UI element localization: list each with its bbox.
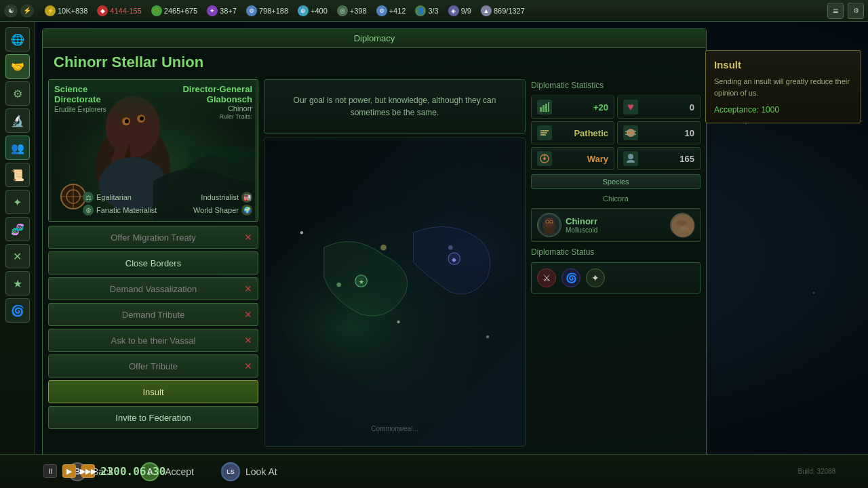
resource-influence[interactable]: ✦ 38+7 bbox=[204, 5, 239, 16]
stat-heart: ♥ 0 bbox=[617, 96, 701, 119]
demand-vassalization-label: Demand Vassalization bbox=[110, 284, 197, 294]
invite-federation-label: Invite to Federation bbox=[115, 413, 191, 423]
species-info: Chinorr Molluscoid bbox=[566, 216, 666, 234]
svg-rect-40 bbox=[540, 130, 549, 131]
heart-value: 0 bbox=[690, 102, 694, 113]
action-offer-migration[interactable]: Offer Migration Treaty ✕ bbox=[48, 226, 258, 249]
action-demand-tribute[interactable]: Demand Tribute ✕ bbox=[48, 303, 258, 326]
trait-fanatic-materialist: ⚙ Fanatic Materialist bbox=[83, 205, 157, 216]
resource-alloys[interactable]: ⚙ 798+188 bbox=[243, 5, 291, 16]
panel-header: Diplomacy bbox=[43, 29, 706, 48]
sidebar-btn-leaders[interactable]: 👥 bbox=[5, 136, 30, 160]
diplomacy-panel: Diplomacy Chinorr Stellar Union bbox=[42, 28, 707, 462]
governors-value: 3/3 bbox=[428, 7, 438, 15]
quote-box: Our goal is not power, but knowledge, al… bbox=[264, 79, 526, 134]
settings-button[interactable]: ⚙ bbox=[848, 3, 864, 19]
resource-unity[interactable]: ◎ +398 bbox=[334, 5, 370, 16]
trait-egalitarian: ⚖ Egalitarian bbox=[83, 192, 157, 203]
chicora-label: Chicora bbox=[531, 193, 701, 204]
food-icon: 🌿 bbox=[151, 5, 162, 16]
species-homeworld bbox=[670, 213, 694, 237]
svg-rect-37 bbox=[542, 105, 545, 112]
alert-icon: ⚡ bbox=[20, 4, 34, 18]
resource-energy[interactable]: ⚡ 10K+838 bbox=[42, 5, 90, 16]
panel-body: Science Directorate Erudite Explorers Di… bbox=[43, 74, 706, 452]
portrait-right-traits: Industrialist 🏭 World Shaper 🌍 bbox=[193, 192, 252, 216]
svg-rect-41 bbox=[540, 132, 547, 134]
insult-acceptance: Acceptance: 1000 bbox=[714, 105, 852, 115]
species-button[interactable]: Species bbox=[531, 174, 701, 189]
look-at-button[interactable]: LS Look At bbox=[221, 462, 277, 481]
pause-button[interactable]: ⏸ bbox=[43, 464, 57, 478]
resource-fleet[interactable]: ▲ 869/1327 bbox=[478, 5, 528, 16]
quote-text: Our goal is not power, but knowledge, al… bbox=[275, 94, 514, 119]
sidebar-btn-policies[interactable]: 📜 bbox=[5, 163, 30, 187]
svg-point-31 bbox=[380, 245, 387, 251]
sidebar-btn-map[interactable]: 🌐 bbox=[5, 27, 30, 52]
resource-food[interactable]: 🌿 2465+675 bbox=[149, 5, 200, 16]
unity-value: +398 bbox=[350, 7, 367, 15]
action-insult[interactable]: Insult bbox=[48, 380, 258, 403]
action-demand-vassalization[interactable]: Demand Vassalization ✕ bbox=[48, 277, 258, 300]
species-portrait bbox=[537, 213, 561, 237]
resource-minerals[interactable]: ◆ 4144-155 bbox=[94, 5, 144, 16]
menu-button[interactable]: ≡ bbox=[827, 3, 844, 19]
time-controls: ⏸ ▶ ▶▶▶ 2300.06.30 bbox=[35, 454, 174, 488]
map-box[interactable]: ★ ◆ Commonweal... bbox=[264, 138, 526, 447]
sidebar-btn-ships[interactable]: ✕ bbox=[5, 244, 30, 268]
svg-point-57 bbox=[676, 220, 687, 226]
diplomatic-status-box: ⚔ 🌀 ✦ bbox=[531, 262, 701, 293]
topbar-icons: ☯ ⚡ bbox=[4, 4, 34, 18]
resource-research[interactable]: ⊕ +400 bbox=[295, 5, 330, 16]
planet-icon bbox=[623, 125, 638, 140]
sidebar-btn-species[interactable]: 🧬 bbox=[5, 217, 30, 241]
game-date: 2300.06.30 bbox=[100, 465, 165, 478]
ask-vassal-unavail-icon: ✕ bbox=[244, 335, 252, 346]
worldshaper-icon: 🌍 bbox=[241, 205, 252, 216]
sidebar-btn-factions[interactable]: ✦ bbox=[5, 190, 30, 214]
alloys-icon: ⚙ bbox=[246, 5, 257, 16]
research-icon: ⊕ bbox=[298, 5, 309, 16]
svg-point-46 bbox=[543, 157, 546, 160]
industrialist-icon: 🏭 bbox=[241, 192, 252, 203]
ruler-civ: Chinorr bbox=[136, 104, 252, 113]
ruler-trait-worldshaper: World Shaper 🌍 bbox=[193, 205, 252, 216]
game-icon: ☯ bbox=[4, 4, 18, 18]
research-value: +400 bbox=[311, 7, 328, 15]
action-offer-tribute[interactable]: Offer Tribute ✕ bbox=[48, 354, 258, 378]
topbar: ☯ ⚡ ⚡ 10K+838 ◆ 4144-155 🌿 2465+675 ✦ 38… bbox=[0, 0, 868, 22]
action-close-borders[interactable]: Close Borders bbox=[48, 251, 258, 274]
starbases-icon: ◈ bbox=[448, 5, 459, 16]
empire-traits: ⚖ Egalitarian ⚙ Fanatic Materialist bbox=[83, 192, 157, 216]
stats-grid: +20 ♥ 0 bbox=[531, 96, 701, 170]
resource-amenities[interactable]: ⚙ +412 bbox=[374, 5, 409, 16]
insult-label: Insult bbox=[142, 387, 163, 397]
sidebar-btn-events[interactable]: ★ bbox=[5, 271, 30, 296]
resource-starbases[interactable]: ◈ 9/9 bbox=[446, 5, 474, 16]
ask-vassal-label: Ask to be their Vassal bbox=[111, 336, 196, 346]
demand-tribute-label: Demand Tribute bbox=[122, 310, 185, 320]
svg-point-58 bbox=[679, 226, 689, 230]
svg-point-51 bbox=[544, 218, 554, 228]
minerals-value: 4144-155 bbox=[110, 7, 142, 15]
action-ask-vassal[interactable]: Ask to be their Vassal ✕ bbox=[48, 329, 258, 352]
map-tooltip: Commonweal... bbox=[371, 425, 418, 432]
sidebar-btn-empire[interactable]: ⚙ bbox=[5, 81, 30, 106]
faction-subtitle: Erudite Explorers bbox=[54, 106, 136, 113]
portrait-header: Science Directorate Erudite Explorers Di… bbox=[49, 80, 258, 124]
svg-rect-36 bbox=[540, 107, 542, 112]
action-invite-federation[interactable]: Invite to Federation bbox=[48, 406, 258, 429]
svg-text:◆: ◆ bbox=[452, 256, 456, 263]
offer-tribute-label: Offer Tribute bbox=[129, 361, 178, 371]
portrait-faction-info: Science Directorate Erudite Explorers bbox=[54, 84, 136, 113]
sidebar-btn-situations[interactable]: 🌀 bbox=[5, 298, 30, 323]
sidebar-btn-tech[interactable]: 🔬 bbox=[5, 108, 30, 133]
species-section: Chinorr Molluscoid bbox=[531, 208, 701, 242]
attitude-value: Pathetic bbox=[574, 128, 608, 138]
sidebar-btn-diplomacy[interactable]: 🤝 bbox=[5, 54, 30, 79]
svg-point-48 bbox=[628, 154, 633, 159]
resource-governors[interactable]: 👤 3/3 bbox=[412, 5, 441, 16]
offer-migration-unavail-icon: ✕ bbox=[244, 232, 252, 243]
status-icon-war: ⚔ bbox=[537, 268, 556, 287]
traits-label: Ruler Traits: bbox=[136, 113, 252, 120]
